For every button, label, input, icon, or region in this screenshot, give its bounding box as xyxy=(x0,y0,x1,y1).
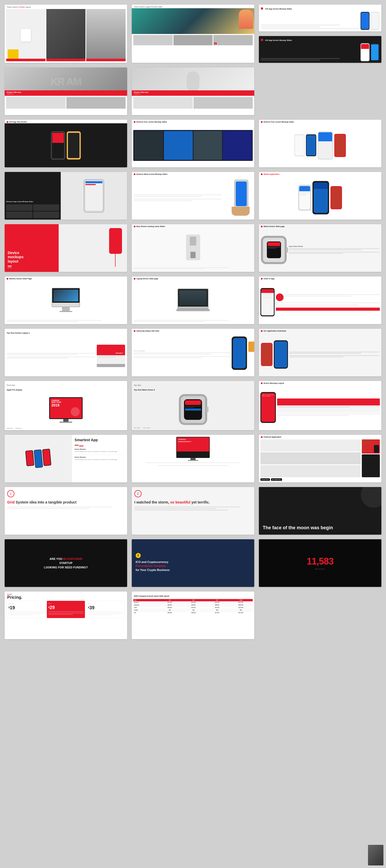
slide-2-img-main: ▶ xyxy=(132,8,254,63)
slide-5-img: Picture Title here Design & UI xyxy=(132,67,254,96)
slide-1-title: Three column Portfolio Layout xyxy=(7,6,31,8)
slide-24-title: Device Mockups Layout xyxy=(263,382,284,384)
red-strip-2 xyxy=(46,59,86,61)
slide-2: Three column Layout Pictures Slide ▶ xyxy=(132,5,254,63)
slide-16: Monitor Device Slide Page xyxy=(5,276,127,324)
slide-33: 11,583 Bitcoin xyxy=(259,539,381,587)
slide-25: Smartest App Device Mockup The first peo… xyxy=(5,435,127,483)
slide-8-title: Devices Four screen Mockup slides xyxy=(136,121,167,123)
slide-23: Top View Top View Watch Series 5 Size: 4… xyxy=(132,381,254,430)
slide-3a-title: ICO App Screen Mockup Slides xyxy=(265,8,292,10)
slide-4-img: KR AM Picture Title here Design & UI xyxy=(5,67,127,96)
slide-3b: ICO App Screen Mockup Slides xyxy=(259,36,381,63)
hand-shape xyxy=(232,207,250,216)
slide-11: Devices Hand screen Mockup slides xyxy=(132,172,254,220)
display-base xyxy=(59,422,72,423)
slide-14: Bezz Device mockup clean Slides xyxy=(132,224,254,272)
slide-29: 2 I watched the storm, so beautiful yet … xyxy=(132,487,254,535)
slide-19: Top View Surface Laptop 3 PROJECT xyxy=(5,329,127,376)
watch-top-view xyxy=(179,394,207,425)
display-stand xyxy=(63,419,68,422)
slide-10: Devices Large screen Mockup slides xyxy=(5,172,127,220)
slide-18-title: Order in App xyxy=(263,278,275,280)
monitor-base xyxy=(59,311,72,312)
crypto-icon: ₿ xyxy=(136,553,141,558)
num-circle-1: 1 xyxy=(7,490,14,497)
watch-crown xyxy=(206,407,208,412)
slide-27: Featured Application ▶ App Store ▶ Googl… xyxy=(259,435,381,483)
slide-5-subcaption: Design & UI xyxy=(134,93,252,95)
watch-face xyxy=(261,236,287,264)
slide-4: KR AM Picture Title here Design & UI xyxy=(5,67,127,115)
slide-24: Device Mockups Layout hello, we are here… xyxy=(259,381,381,430)
slide-23-title: Top View Watch Series 5 xyxy=(134,389,155,391)
slide-23-label: Top View xyxy=(134,384,141,386)
slide-8: Devices Four screen Mockup slides xyxy=(132,120,254,167)
slide-4-caption: Picture Title here xyxy=(7,91,125,93)
slide-13-title: Devicemockupslayout xyxy=(8,251,56,264)
slide-14-title: Bezz Device mockup clean Slides xyxy=(136,225,165,227)
slide-1-col3 xyxy=(86,9,126,61)
slide-1: Three column Portfolio Layout xyxy=(5,5,127,63)
slide-22-subtitle: Apple Pro Display xyxy=(7,389,22,391)
annual-table: Item Q1 Q2 Q3 Total Revenue$120,000$135,… xyxy=(133,599,253,614)
order-phone-1 xyxy=(260,288,275,316)
slide-7-title: ICO App Two Screen xyxy=(9,121,27,123)
slide-18: Order in App xyxy=(259,276,381,324)
slide-21-title: Our Application Download xyxy=(263,330,286,332)
slide-1-cols xyxy=(5,8,127,63)
phone-two-1 xyxy=(51,131,65,160)
person-silhouette xyxy=(239,9,253,29)
device-mockup-desc1: The first people you'll meet are our exp… xyxy=(75,451,125,453)
slides-grid: Three column Portfolio Layout Three colu… xyxy=(0,0,386,644)
slide-12-title: Mobile Application xyxy=(263,173,280,175)
num-circle-2: 2 xyxy=(134,490,141,497)
russian-monitor: СПИКЕРЫмеждународного xyxy=(176,437,210,458)
slide-2-title: Three column Layout Pictures Slide xyxy=(134,6,162,8)
slide-3a: ICO App Screen Mockup Slides xyxy=(259,5,381,31)
yellow-block xyxy=(8,50,19,59)
slide-20: Samsung Galaxy S20 Ultra Price as Applic… xyxy=(132,329,254,376)
apple-display-screen: CHINESE NEW YEAR 2019 xyxy=(49,397,83,419)
buzz-figure xyxy=(186,235,200,260)
device-mockup-desc2: The first people you'll meet are our exp… xyxy=(75,459,125,461)
slide-28: 1 Grid System idea Into a tangible produ… xyxy=(5,487,127,535)
shirt-shape xyxy=(21,29,31,42)
slide-30: The face of the moon was begin xyxy=(259,487,381,535)
slide-32: ₿ ICO and CryptocurrencyPresentation Tem… xyxy=(132,539,254,587)
slide-15-title: Watch Device Slide page xyxy=(263,225,285,227)
moon-bg xyxy=(361,487,381,507)
dm-laptop xyxy=(277,399,380,413)
red-strip-1 xyxy=(6,59,45,61)
slide-22: Front view Apple Pro Display CHINESE NEW… xyxy=(5,381,127,430)
slide-3b-title: ICO App Screen Mockup Slides xyxy=(265,39,292,41)
red-icon xyxy=(261,7,263,9)
crypto-title: ICO and CryptocurrencyPresentation Templ… xyxy=(136,560,250,572)
laptop-base xyxy=(176,309,210,311)
slide-17: Laptop Device Slide page xyxy=(132,276,254,324)
device-mockup-label2: Device Mockup xyxy=(75,456,125,458)
hand-golden xyxy=(248,342,254,352)
slide-22-title: Front view xyxy=(7,384,15,386)
pricing-title: Pricing. xyxy=(7,595,125,600)
slide-group-3: ICO App Screen Mockup Slides xyxy=(259,5,381,63)
slide-5-caption: Picture Title here xyxy=(134,91,252,93)
slide-11-title: Devices Hand screen Mockup slides xyxy=(136,173,167,175)
surface-keyboard xyxy=(97,364,125,367)
price-card-starter: STARTER $19 xyxy=(7,601,45,618)
watched-headline: I watched the storm, so beautiful yet te… xyxy=(134,500,252,504)
surface-screen: PROJECT xyxy=(97,345,125,364)
slide-4-subcaption: Design & UI xyxy=(7,93,125,95)
slide-27-title: Featured Application xyxy=(263,436,281,438)
slide-1-col2 xyxy=(46,9,86,61)
slide-31: ARE YOU BLOCKCHAINSTARTUPLOOKING FOR SEE… xyxy=(5,539,127,587)
phone-2 xyxy=(370,12,379,30)
phone-dark-2 xyxy=(370,43,379,61)
slide-9: Devices Four screen Mockup slides xyxy=(259,120,381,167)
monitor-screen xyxy=(52,288,80,307)
laptop-lid xyxy=(178,288,208,309)
samsung-phone xyxy=(232,336,247,370)
phone-two-2 xyxy=(67,131,81,160)
price-card-basic: BASIC $29 xyxy=(47,601,85,618)
bitcoin-num: 11,583 xyxy=(307,556,333,567)
